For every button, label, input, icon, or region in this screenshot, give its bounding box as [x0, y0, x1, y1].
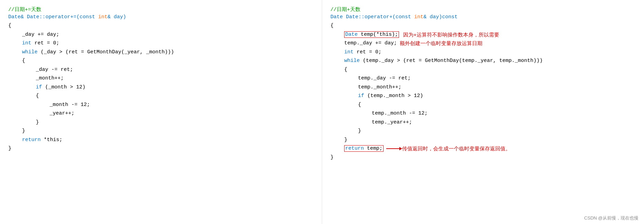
line: {	[330, 21, 636, 30]
annotation-2: 额外创建一个临时变量存放运算日期	[400, 39, 482, 48]
line: while (temp._day > (ret = GetMonthDay(te…	[330, 56, 636, 65]
line: {	[330, 100, 636, 109]
line: _month -= 12;	[8, 100, 314, 109]
line: return *this;	[8, 136, 314, 145]
line: }	[8, 118, 314, 127]
arrow-icon	[386, 145, 402, 152]
line: }	[8, 144, 314, 153]
line: }	[330, 127, 636, 136]
line: temp._day -= ret;	[330, 74, 636, 83]
line: int ret = 0;	[8, 39, 314, 48]
line: {	[330, 65, 636, 74]
line: {	[8, 92, 314, 100]
line: {	[8, 56, 314, 65]
line: temp._year++;	[330, 118, 636, 127]
highlight-box-2: return temp;	[344, 145, 384, 152]
line: int ret = 0;	[330, 48, 636, 57]
line-highlight2: return temp; 传值返回时，会生成一个临时变量保存返回值。	[330, 144, 636, 153]
right-comment: //日期+天数	[330, 6, 636, 13]
line: }	[330, 136, 636, 145]
right-func-sig: Date Date::operator+(const int& day)cons…	[330, 14, 636, 20]
left-comment: //日期+=天数	[8, 6, 314, 13]
line: while (_day > (ret = GetMonthDay(_year, …	[8, 48, 314, 57]
line: if (_month > 12)	[8, 83, 314, 92]
left-panel: //日期+=天数 Date& Date::operator+=(const in…	[0, 0, 322, 224]
arrow-text: 传值返回时，会生成一个临时变量保存返回值。	[402, 144, 511, 153]
right-code: { Date temp(*this); 因为+运算符不影响操作数本身，所以需要 …	[330, 21, 636, 162]
line: if (temp._month > 12)	[330, 92, 636, 100]
footer: CSDN @从前慢，现在也慢	[584, 215, 638, 221]
line: _month++;	[8, 74, 314, 83]
line: {	[8, 21, 314, 30]
line: temp._month++;	[330, 83, 636, 92]
line-temp-day: temp._day += day; 额外创建一个临时变量存放运算日期	[330, 39, 636, 48]
annotation-1: 因为+运算符不影响操作数本身，所以需要	[403, 30, 499, 39]
line: }	[330, 153, 636, 162]
line: _day -= ret;	[8, 65, 314, 74]
line: _day += day;	[8, 30, 314, 39]
left-code: { _day += day; int ret = 0; while (_day …	[8, 21, 314, 153]
line: _year++;	[8, 109, 314, 118]
arrow-annotation: 传值返回时，会生成一个临时变量保存返回值。	[386, 144, 511, 153]
svg-marker-1	[399, 147, 402, 150]
line: temp._month -= 12;	[330, 109, 636, 118]
line-highlight1: Date temp(*this); 因为+运算符不影响操作数本身，所以需要	[330, 30, 636, 39]
right-panel: //日期+天数 Date Date::operator+(const int& …	[322, 0, 644, 224]
left-func-sig: Date& Date::operator+=(const int& day)	[8, 14, 314, 20]
line: }	[8, 127, 314, 136]
highlight-box-1: Date temp(*this);	[344, 31, 399, 38]
